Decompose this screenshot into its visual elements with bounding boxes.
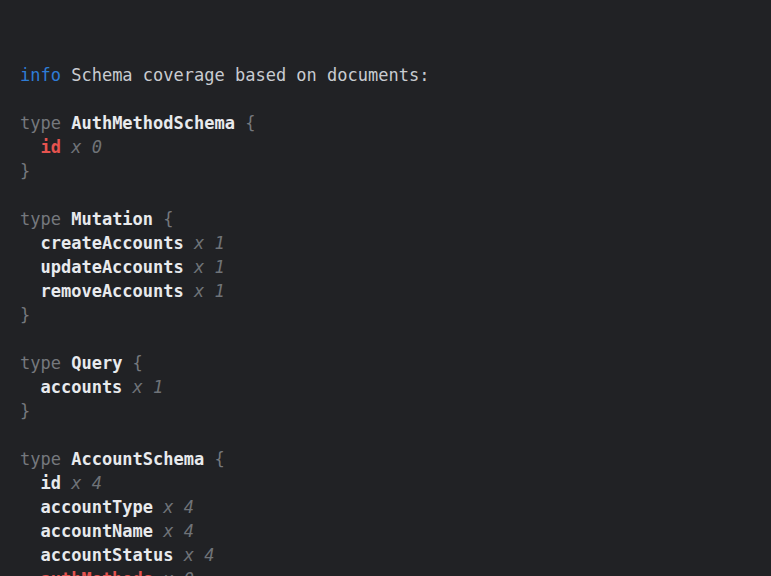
field-name: id xyxy=(20,473,61,493)
terminal-line: info Schema coverage based on documents: xyxy=(20,63,761,87)
terminal-line: createAccounts x 1 xyxy=(20,231,761,255)
usage-count: x 1 xyxy=(184,233,225,253)
usage-count: x 1 xyxy=(184,257,225,277)
usage-count: x 4 xyxy=(174,545,215,565)
terminal-line: type AuthMethodSchema { xyxy=(20,111,761,135)
type-keyword: type xyxy=(20,353,71,373)
usage-count: x 4 xyxy=(153,497,194,517)
terminal-line: accountType x 4 xyxy=(20,495,761,519)
brace: { xyxy=(122,353,142,373)
terminal-line: removeAccounts x 1 xyxy=(20,279,761,303)
message-text: Schema coverage based on documents: xyxy=(61,65,429,85)
brace: { xyxy=(153,209,173,229)
brace: { xyxy=(235,113,255,133)
field-name-uncovered: id xyxy=(20,137,61,157)
terminal-line: } xyxy=(20,303,761,327)
terminal-line: type Mutation { xyxy=(20,207,761,231)
terminal-line: type Query { xyxy=(20,351,761,375)
terminal-line: accounts x 1 xyxy=(20,375,761,399)
terminal-blank-line xyxy=(20,327,761,351)
usage-count: x 4 xyxy=(61,473,102,493)
field-name: updateAccounts xyxy=(20,257,184,277)
brace: } xyxy=(20,401,30,421)
brace: } xyxy=(20,305,30,325)
field-name: createAccounts xyxy=(20,233,184,253)
terminal-blank-line xyxy=(20,87,761,111)
usage-count: x 1 xyxy=(122,377,163,397)
field-name: removeAccounts xyxy=(20,281,184,301)
field-name-uncovered: authMethods xyxy=(20,569,153,576)
terminal-line: } xyxy=(20,399,761,423)
terminal-line: updateAccounts x 1 xyxy=(20,255,761,279)
terminal-line: id x 4 xyxy=(20,471,761,495)
field-name: accountStatus xyxy=(20,545,174,565)
usage-count: x 0 xyxy=(153,569,194,576)
terminal-output-area[interactable]: info Schema coverage based on documents:… xyxy=(0,0,771,576)
type-keyword: type xyxy=(20,209,71,229)
terminal-line: } xyxy=(20,159,761,183)
type-name: Query xyxy=(71,353,122,373)
usage-count: x 4 xyxy=(153,521,194,541)
terminal-blank-line xyxy=(20,423,761,447)
brace: { xyxy=(204,449,224,469)
field-name: accountName xyxy=(20,521,153,541)
usage-count: x 1 xyxy=(184,281,225,301)
terminal-line: accountStatus x 4 xyxy=(20,543,761,567)
terminal-line: accountName x 4 xyxy=(20,519,761,543)
field-name: accounts xyxy=(20,377,122,397)
info-label: info xyxy=(20,65,61,85)
type-name: AuthMethodSchema xyxy=(71,113,235,133)
terminal-output: info Schema coverage based on documents:… xyxy=(20,63,761,576)
type-keyword: type xyxy=(20,113,71,133)
field-name: accountType xyxy=(20,497,153,517)
type-name: AccountSchema xyxy=(71,449,204,469)
terminal-line: authMethods x 0 xyxy=(20,567,761,576)
terminal-line: type AccountSchema { xyxy=(20,447,761,471)
usage-count: x 0 xyxy=(61,137,102,157)
brace: } xyxy=(20,161,30,181)
type-keyword: type xyxy=(20,449,71,469)
terminal-blank-line xyxy=(20,183,761,207)
terminal-line: id x 0 xyxy=(20,135,761,159)
type-name: Mutation xyxy=(71,209,153,229)
